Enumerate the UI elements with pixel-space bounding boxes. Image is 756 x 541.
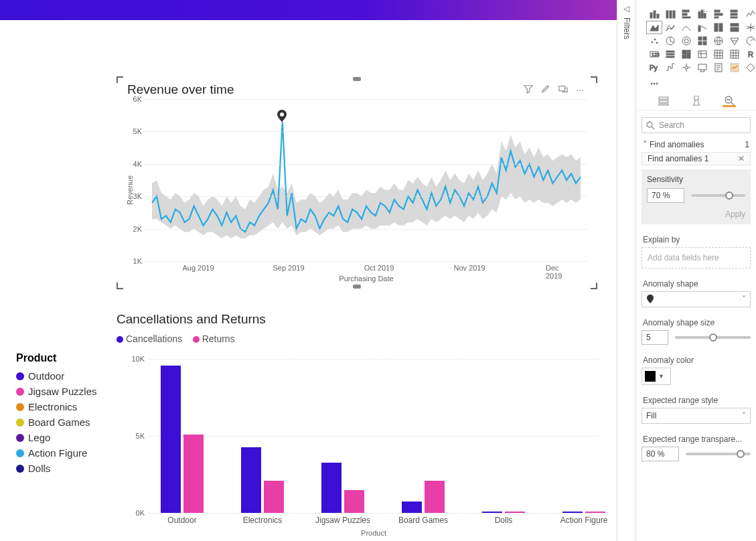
viz-type-icon[interactable] [711,21,726,33]
viz-type-icon[interactable] [743,21,756,33]
viz-type-icon[interactable]: Py [647,62,662,74]
resize-handle[interactable] [353,77,361,81]
filters-label: Filters [622,17,631,40]
analytics-tab-icon[interactable] [723,95,736,107]
viz-type-icon[interactable] [647,35,662,47]
cancellations-returns-visual[interactable]: Cancellations and Returns Cancellations … [117,312,599,540]
resize-handle[interactable] [353,285,361,289]
viz-type-icon[interactable] [711,35,726,47]
viz-type-icon[interactable] [663,35,678,47]
filter-icon[interactable] [524,84,533,95]
viz-type-icon[interactable] [663,8,678,20]
viz-type-icon[interactable] [743,8,756,20]
shape-size-input[interactable]: 5 [641,330,668,345]
bar[interactable] [241,447,261,513]
viz-type-icon[interactable] [727,35,742,47]
svg-rect-39 [666,54,674,55]
viz-type-icon[interactable] [711,48,726,60]
slicer-item[interactable]: Outdoor [16,368,110,384]
slicer-item[interactable]: Jigsaw Puzzles [16,384,110,399]
x-tick: Outdoor [167,516,196,525]
sensitivity-input[interactable]: 70 % [647,188,684,203]
remove-card-icon[interactable]: ✕ [738,154,745,163]
revenue-over-time-visual[interactable]: Revenue over time ··· Revenue 1K2K3K4K5K… [119,79,595,287]
slicer-item[interactable]: Electronics [16,399,110,414]
bar[interactable] [402,501,422,513]
resize-handle[interactable] [591,76,597,83]
viz-type-icon[interactable] [695,48,710,60]
viz-type-icon[interactable] [727,48,742,60]
legend-item[interactable]: Cancellations [126,333,182,344]
viz-type-icon[interactable] [647,8,662,20]
format-tab-icon[interactable] [690,95,703,107]
viz-type-icon[interactable] [663,62,678,74]
viz-type-icon[interactable] [695,62,710,74]
resize-handle[interactable] [117,283,123,289]
svg-rect-60 [694,96,698,100]
search-input[interactable]: Search [641,117,751,133]
viz-type-icon[interactable] [695,35,710,47]
canvas-body[interactable]: Revenue over time ··· Revenue 1K2K3K4K5K… [0,20,617,541]
viz-type-icon[interactable] [679,48,694,60]
brush-icon[interactable] [541,84,550,95]
anomaly-color-picker[interactable]: ▼ [641,368,671,385]
svg-text:Py: Py [650,64,658,72]
focus-mode-icon[interactable] [558,84,568,95]
viz-type-icon[interactable] [647,21,662,33]
bar[interactable] [344,490,364,514]
viz-type-icon[interactable] [647,75,662,87]
expand-filters-icon[interactable]: ◁ [623,4,629,13]
viz-type-icon[interactable] [727,62,742,74]
svg-rect-46 [714,50,723,58]
bar[interactable] [505,512,525,513]
slicer-item[interactable]: Action Figure [16,445,110,461]
viz-type-icon[interactable]: R [743,48,756,60]
legend-item[interactable]: Returns [202,333,235,344]
viz-type-icon[interactable] [663,48,678,60]
resize-handle[interactable] [117,76,123,83]
viz-type-icon[interactable] [695,8,710,20]
sensitivity-box: Sensitivity 70 % Apply [641,169,751,224]
resize-handle[interactable] [591,283,597,289]
viz-type-icon[interactable] [743,62,756,74]
bar[interactable] [264,481,284,513]
viz-type-icon[interactable] [743,35,756,47]
search-placeholder: Search [659,121,684,130]
bar[interactable] [161,366,181,513]
bar[interactable] [183,435,204,513]
bar[interactable] [321,463,342,513]
more-options-icon[interactable]: ··· [576,84,584,95]
range-transp-input[interactable]: 80 % [641,447,679,461]
shape-size-slider[interactable] [675,336,751,339]
apply-button[interactable]: Apply [647,210,745,219]
explain-by-dropzone[interactable]: Add data fields here [641,247,751,268]
bar[interactable] [425,481,445,513]
viz-type-icon[interactable] [695,21,710,33]
viz-type-icon[interactable] [727,8,742,20]
viz-type-icon[interactable] [711,8,726,20]
bar[interactable] [585,512,605,513]
viz-type-icon[interactable] [679,62,694,74]
range-transp-slider[interactable] [686,453,751,455]
viz-type-icon[interactable] [663,21,678,33]
slicer-item[interactable]: Board Games [16,414,110,430]
bar[interactable] [482,512,502,513]
slicer-item[interactable]: Lego [16,430,110,445]
viz-type-icon[interactable] [679,8,694,20]
viz-type-icon[interactable] [711,62,726,74]
viz-type-icon[interactable]: 123 [647,48,662,60]
expected-range-style-select[interactable]: Fill ˅ [641,408,751,424]
anomaly-marker-icon[interactable] [277,110,287,122]
slicer-item[interactable]: Dolls [16,461,110,476]
anomaly-card[interactable]: Find anomalies 1 ✕ [641,152,751,165]
anomaly-shape-select[interactable]: ˅ [641,291,751,307]
filters-pane-collapsed[interactable]: ◁ Filters [617,0,635,541]
find-anomalies-section-header[interactable]: ˄ Find anomalies 1 [636,137,756,152]
sensitivity-slider[interactable] [691,194,745,197]
fields-tab-icon[interactable] [657,95,670,107]
viz-type-icon[interactable] [727,21,742,33]
viz-type-icon[interactable] [679,35,694,47]
bar[interactable] [562,512,583,513]
viz-type-icon[interactable] [679,21,694,33]
product-slicer[interactable]: Product OutdoorJigsaw PuzzlesElectronics… [16,352,110,476]
